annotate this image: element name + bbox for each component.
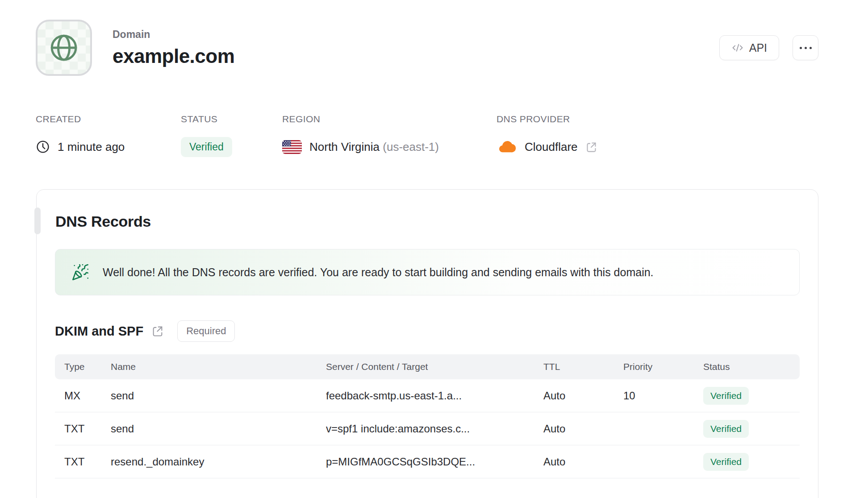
- region-label: REGION: [282, 114, 497, 124]
- dkim-spf-title: DKIM and SPF: [55, 324, 143, 339]
- record-name: send: [111, 412, 326, 445]
- created-label: CREATED: [36, 114, 181, 124]
- record-content: p=MIGfMA0GCSqGSIb3DQE...: [326, 445, 543, 478]
- domain-avatar: [36, 20, 92, 76]
- dns-records-table: Type Name Server / Content / Target TTL …: [55, 354, 800, 478]
- record-content: feedback-smtp.us-east-1.a...: [326, 379, 543, 412]
- code-icon: [731, 42, 744, 54]
- dkim-spf-section-head: DKIM and SPF Required: [55, 320, 800, 342]
- dns-provider-label: DNS PROVIDER: [497, 114, 597, 124]
- meta-dns-provider: DNS PROVIDER Cloudflare: [497, 114, 597, 158]
- record-ttl: Auto: [543, 412, 623, 445]
- header-actions: API: [719, 35, 818, 60]
- dns-records-card: DNS Records Well done! All the DNS recor…: [36, 189, 818, 498]
- meta-region: REGION: [282, 114, 497, 158]
- created-value: 1 minute ago: [58, 140, 125, 154]
- header-text: Domain example.com: [113, 29, 234, 67]
- domain-kicker: Domain: [113, 29, 234, 41]
- table-header-row: Type Name Server / Content / Target TTL …: [55, 354, 800, 379]
- record-ttl: Auto: [543, 379, 623, 412]
- cloudflare-icon: [497, 139, 517, 154]
- meta-created: CREATED 1 minute ago: [36, 114, 181, 158]
- table-row[interactable]: TXT send v=spf1 include:amazonses.c... A…: [55, 412, 800, 445]
- ellipsis-icon: [800, 47, 812, 49]
- col-type: Type: [55, 354, 111, 379]
- status-badge: Verified: [181, 137, 232, 157]
- record-name: resend._domainkey: [111, 445, 326, 478]
- record-name: send: [111, 379, 326, 412]
- record-status-badge: Verified: [703, 387, 749, 405]
- record-priority: [623, 412, 703, 445]
- record-priority: 10: [623, 379, 703, 412]
- meta-row: CREATED 1 minute ago STATUS Verified REG…: [36, 114, 597, 158]
- region-value: North Virginia: [309, 140, 380, 154]
- globe-icon: [48, 32, 79, 63]
- record-content: v=spf1 include:amazonses.c...: [326, 412, 543, 445]
- api-button-label: API: [749, 42, 767, 54]
- dns-records-title: DNS Records: [37, 190, 818, 230]
- external-link-icon[interactable]: [151, 325, 164, 337]
- record-ttl: Auto: [543, 445, 623, 478]
- table-row[interactable]: TXT resend._domainkey p=MIGfMA0GCSqGSIb3…: [55, 445, 800, 478]
- more-button[interactable]: [793, 35, 818, 60]
- meta-status: STATUS Verified: [181, 114, 282, 158]
- record-type: MX: [55, 379, 111, 412]
- record-priority: [623, 445, 703, 478]
- record-type: TXT: [55, 445, 111, 478]
- record-type: TXT: [55, 412, 111, 445]
- us-flag-icon: [282, 140, 302, 154]
- api-button[interactable]: API: [719, 35, 779, 60]
- col-status: Status: [703, 354, 800, 379]
- card-side-tab: [34, 208, 41, 234]
- success-banner: Well done! All the DNS records are verif…: [55, 249, 800, 295]
- external-link-icon[interactable]: [585, 141, 597, 153]
- record-status-badge: Verified: [703, 453, 749, 471]
- required-badge: Required: [177, 320, 235, 342]
- clock-icon: [36, 140, 50, 154]
- party-popper-icon: [71, 263, 89, 281]
- col-priority: Priority: [623, 354, 703, 379]
- banner-message: Well done! All the DNS records are verif…: [103, 266, 654, 279]
- col-content: Server / Content / Target: [326, 354, 543, 379]
- page-header: Domain example.com API: [36, 20, 818, 76]
- page-title: example.com: [113, 45, 234, 67]
- record-status-badge: Verified: [703, 420, 749, 438]
- col-ttl: TTL: [543, 354, 623, 379]
- table-row[interactable]: MX send feedback-smtp.us-east-1.a... Aut…: [55, 379, 800, 412]
- region-code: (us-east-1): [383, 140, 439, 154]
- status-label: STATUS: [181, 114, 282, 124]
- dns-provider-value: Cloudflare: [525, 140, 578, 154]
- domain-detail-page: Domain example.com API CREATED: [0, 0, 868, 498]
- col-name: Name: [111, 354, 326, 379]
